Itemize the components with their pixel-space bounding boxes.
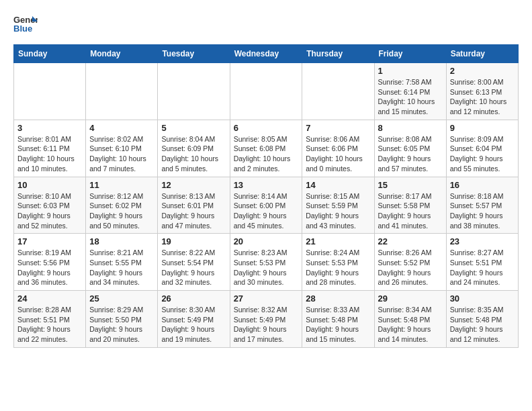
calendar-cell: 23Sunrise: 8:27 AM Sunset: 5:51 PM Dayli… xyxy=(446,234,518,291)
calendar-cell: 19Sunrise: 8:22 AM Sunset: 5:54 PM Dayli… xyxy=(158,234,230,291)
calendar-cell: 14Sunrise: 8:15 AM Sunset: 5:59 PM Dayli… xyxy=(302,177,374,234)
day-number: 26 xyxy=(161,293,226,304)
day-number: 25 xyxy=(89,293,154,304)
calendar-cell: 18Sunrise: 8:21 AM Sunset: 5:55 PM Dayli… xyxy=(86,234,158,291)
calendar-cell: 9Sunrise: 8:09 AM Sunset: 6:04 PM Daylig… xyxy=(446,120,518,177)
calendar-cell: 21Sunrise: 8:24 AM Sunset: 5:53 PM Dayli… xyxy=(302,234,374,291)
day-info: Sunrise: 8:18 AM Sunset: 5:57 PM Dayligh… xyxy=(450,191,515,231)
day-info: Sunrise: 8:12 AM Sunset: 6:02 PM Dayligh… xyxy=(89,191,154,231)
day-info: Sunrise: 8:21 AM Sunset: 5:55 PM Dayligh… xyxy=(89,248,154,287)
day-of-week-header: Sunday xyxy=(14,45,86,63)
day-info: Sunrise: 8:04 AM Sunset: 6:09 PM Dayligh… xyxy=(161,134,226,174)
day-info: Sunrise: 8:01 AM Sunset: 6:11 PM Dayligh… xyxy=(17,134,82,174)
day-info: Sunrise: 8:32 AM Sunset: 5:49 PM Dayligh… xyxy=(234,305,299,345)
calendar-cell: 17Sunrise: 8:19 AM Sunset: 5:56 PM Dayli… xyxy=(14,234,86,291)
day-number: 13 xyxy=(234,180,299,190)
calendar-cell: 11Sunrise: 8:12 AM Sunset: 6:02 PM Dayli… xyxy=(86,177,158,234)
calendar-cell: 15Sunrise: 8:17 AM Sunset: 5:58 PM Dayli… xyxy=(374,177,446,234)
day-number: 5 xyxy=(161,123,226,133)
day-info: Sunrise: 8:15 AM Sunset: 5:59 PM Dayligh… xyxy=(306,191,370,231)
day-number: 12 xyxy=(161,180,226,190)
day-number: 8 xyxy=(378,123,443,133)
calendar-cell: 16Sunrise: 8:18 AM Sunset: 5:57 PM Dayli… xyxy=(446,177,518,234)
day-info: Sunrise: 8:22 AM Sunset: 5:54 PM Dayligh… xyxy=(161,248,226,287)
day-info: Sunrise: 8:29 AM Sunset: 5:50 PM Dayligh… xyxy=(89,305,154,345)
day-info: Sunrise: 8:35 AM Sunset: 5:48 PM Dayligh… xyxy=(450,305,515,345)
day-number: 15 xyxy=(378,180,443,190)
day-info: Sunrise: 8:26 AM Sunset: 5:52 PM Dayligh… xyxy=(378,248,443,287)
calendar-cell: 25Sunrise: 8:29 AM Sunset: 5:50 PM Dayli… xyxy=(86,291,158,348)
day-number: 17 xyxy=(17,236,82,246)
calendar-cell: 8Sunrise: 8:08 AM Sunset: 6:05 PM Daylig… xyxy=(374,120,446,177)
day-number: 16 xyxy=(450,180,515,190)
day-info: Sunrise: 8:23 AM Sunset: 5:53 PM Dayligh… xyxy=(234,248,299,287)
day-info: Sunrise: 8:30 AM Sunset: 5:49 PM Dayligh… xyxy=(161,305,226,345)
day-of-week-header: Thursday xyxy=(302,45,374,63)
calendar-cell xyxy=(14,63,86,120)
day-info: Sunrise: 8:28 AM Sunset: 5:51 PM Dayligh… xyxy=(17,305,82,345)
day-number: 23 xyxy=(450,236,515,246)
logo-icon: General Blue xyxy=(13,13,38,34)
day-info: Sunrise: 8:09 AM Sunset: 6:04 PM Dayligh… xyxy=(450,134,515,174)
calendar-cell: 5Sunrise: 8:04 AM Sunset: 6:09 PM Daylig… xyxy=(158,120,230,177)
day-number: 6 xyxy=(234,123,299,133)
calendar-cell: 6Sunrise: 8:05 AM Sunset: 6:08 PM Daylig… xyxy=(230,120,302,177)
calendar-cell: 13Sunrise: 8:14 AM Sunset: 6:00 PM Dayli… xyxy=(230,177,302,234)
day-number: 24 xyxy=(17,293,82,304)
day-info: Sunrise: 8:06 AM Sunset: 6:06 PM Dayligh… xyxy=(306,134,370,174)
day-of-week-header: Wednesday xyxy=(230,45,302,63)
day-info: Sunrise: 8:05 AM Sunset: 6:08 PM Dayligh… xyxy=(234,134,299,174)
day-number: 19 xyxy=(161,236,226,246)
day-of-week-header: Saturday xyxy=(446,45,518,63)
day-number: 3 xyxy=(17,123,82,133)
calendar-cell: 12Sunrise: 8:13 AM Sunset: 6:01 PM Dayli… xyxy=(158,177,230,234)
logo: General Blue xyxy=(13,13,38,34)
svg-text:Blue: Blue xyxy=(13,24,32,34)
day-info: Sunrise: 8:14 AM Sunset: 6:00 PM Dayligh… xyxy=(234,191,299,231)
calendar-cell: 24Sunrise: 8:28 AM Sunset: 5:51 PM Dayli… xyxy=(14,291,86,348)
day-number: 18 xyxy=(89,236,154,246)
day-number: 29 xyxy=(378,293,443,304)
calendar-cell: 7Sunrise: 8:06 AM Sunset: 6:06 PM Daylig… xyxy=(302,120,374,177)
day-number: 2 xyxy=(450,66,515,76)
calendar-cell xyxy=(230,63,302,120)
day-info: Sunrise: 8:17 AM Sunset: 5:58 PM Dayligh… xyxy=(378,191,443,231)
calendar-cell: 26Sunrise: 8:30 AM Sunset: 5:49 PM Dayli… xyxy=(158,291,230,348)
calendar-cell: 1Sunrise: 7:58 AM Sunset: 6:14 PM Daylig… xyxy=(374,63,446,120)
calendar-cell: 27Sunrise: 8:32 AM Sunset: 5:49 PM Dayli… xyxy=(230,291,302,348)
calendar-cell xyxy=(302,63,374,120)
calendar-cell: 28Sunrise: 8:33 AM Sunset: 5:48 PM Dayli… xyxy=(302,291,374,348)
day-number: 20 xyxy=(234,236,299,246)
day-info: Sunrise: 8:34 AM Sunset: 5:48 PM Dayligh… xyxy=(378,305,443,345)
day-info: Sunrise: 7:58 AM Sunset: 6:14 PM Dayligh… xyxy=(378,77,443,117)
day-of-week-header: Monday xyxy=(86,45,158,63)
day-number: 11 xyxy=(89,180,154,190)
calendar-cell: 22Sunrise: 8:26 AM Sunset: 5:52 PM Dayli… xyxy=(374,234,446,291)
day-of-week-header: Friday xyxy=(374,45,446,63)
day-number: 22 xyxy=(378,236,443,246)
day-number: 4 xyxy=(89,123,154,133)
day-of-week-header: Tuesday xyxy=(158,45,230,63)
day-number: 30 xyxy=(450,293,515,304)
day-number: 28 xyxy=(306,293,370,304)
day-info: Sunrise: 8:13 AM Sunset: 6:01 PM Dayligh… xyxy=(161,191,226,231)
calendar-table: SundayMondayTuesdayWednesdayThursdayFrid… xyxy=(13,44,519,348)
calendar-cell xyxy=(158,63,230,120)
day-info: Sunrise: 8:02 AM Sunset: 6:10 PM Dayligh… xyxy=(89,134,154,174)
day-info: Sunrise: 8:10 AM Sunset: 6:03 PM Dayligh… xyxy=(17,191,82,231)
day-info: Sunrise: 8:33 AM Sunset: 5:48 PM Dayligh… xyxy=(306,305,370,345)
calendar-cell xyxy=(86,63,158,120)
calendar-cell: 20Sunrise: 8:23 AM Sunset: 5:53 PM Dayli… xyxy=(230,234,302,291)
calendar-cell: 4Sunrise: 8:02 AM Sunset: 6:10 PM Daylig… xyxy=(86,120,158,177)
day-info: Sunrise: 8:00 AM Sunset: 6:13 PM Dayligh… xyxy=(450,77,515,117)
calendar-cell: 29Sunrise: 8:34 AM Sunset: 5:48 PM Dayli… xyxy=(374,291,446,348)
day-info: Sunrise: 8:27 AM Sunset: 5:51 PM Dayligh… xyxy=(450,248,515,287)
calendar-cell: 2Sunrise: 8:00 AM Sunset: 6:13 PM Daylig… xyxy=(446,63,518,120)
day-info: Sunrise: 8:08 AM Sunset: 6:05 PM Dayligh… xyxy=(378,134,443,174)
day-number: 14 xyxy=(306,180,370,190)
day-number: 1 xyxy=(378,66,443,76)
day-number: 9 xyxy=(450,123,515,133)
page-header: General Blue xyxy=(13,13,519,34)
day-info: Sunrise: 8:24 AM Sunset: 5:53 PM Dayligh… xyxy=(306,248,370,287)
day-number: 27 xyxy=(234,293,299,304)
